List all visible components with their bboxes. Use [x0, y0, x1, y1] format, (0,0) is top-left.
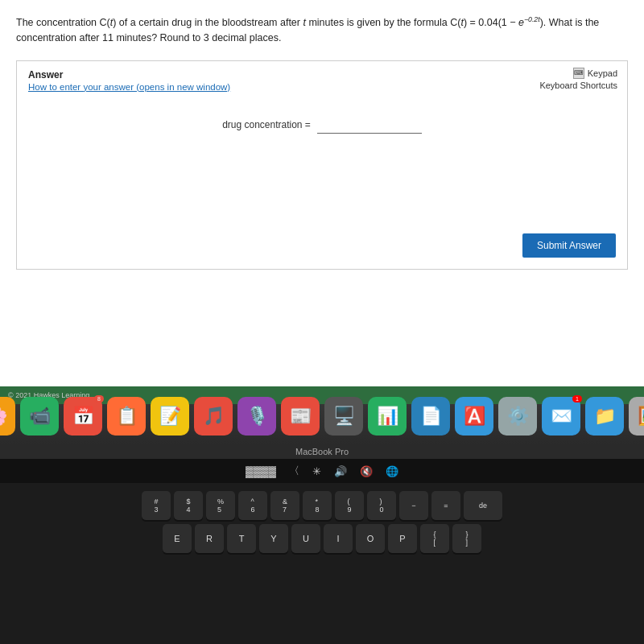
key-5[interactable]: %5: [206, 491, 235, 520]
dock-icon-music[interactable]: 🎵: [194, 397, 233, 436]
key-bracket-open[interactable]: {[: [420, 524, 449, 553]
dock-icon-remote[interactable]: 🖥️: [324, 397, 363, 436]
key-i[interactable]: I: [324, 524, 353, 553]
dock-icon-calendar[interactable]: 📅8: [64, 397, 102, 436]
dock-icon-podcasts[interactable]: 🎙️: [237, 397, 276, 436]
key-u[interactable]: U: [291, 524, 320, 553]
drug-concentration-input[interactable]: [317, 116, 422, 134]
keyboard-row-numbers: #3 $4 %5 ^6 &7 *8 (9 )0 − = de: [0, 491, 644, 520]
touch-bar-battery: ▓▓▓▓: [246, 465, 276, 477]
answer-section: ⌨ Keypad Keyboard Shortcuts Answer How t…: [16, 60, 628, 270]
drug-concentration-label: drug concentration =: [222, 119, 311, 130]
key-0[interactable]: )0: [367, 491, 396, 520]
answer-label: Answer: [28, 69, 616, 80]
keyboard-row-letters: E R T Y U I O P {[ }]: [0, 524, 644, 553]
dock-icon-preview[interactable]: 🖼️: [629, 397, 644, 436]
browser-screen: The concentration C(t) of a certain drug…: [0, 0, 644, 386]
dock-icon-pages[interactable]: 📄: [411, 397, 450, 436]
dock-icon-appstore[interactable]: 🅰️: [455, 397, 493, 436]
question-text: The concentration C(t) of a certain drug…: [16, 14, 620, 46]
dock-icon-facetime[interactable]: 📹: [20, 397, 59, 436]
dock-icon-settings[interactable]: ⚙️: [498, 397, 537, 436]
key-de[interactable]: de: [464, 491, 502, 520]
key-p[interactable]: P: [388, 524, 417, 553]
submit-answer-button[interactable]: Submit Answer: [522, 233, 616, 258]
key-minus[interactable]: −: [399, 491, 428, 520]
dock-icon-mail[interactable]: ✉️1: [542, 397, 580, 436]
dock-icon-news[interactable]: 📰: [281, 397, 320, 436]
touch-bar-mute[interactable]: 🔇: [360, 465, 373, 477]
touch-bar: ▓▓▓▓ 〈 ✳ 🔊 🔇 🌐: [0, 459, 644, 483]
key-7[interactable]: &7: [270, 491, 299, 520]
key-9[interactable]: (9: [335, 491, 364, 520]
keypad-button[interactable]: ⌨ Keypad: [539, 68, 617, 79]
browser-content: The concentration C(t) of a certain drug…: [0, 0, 644, 386]
keypad-section: ⌨ Keypad Keyboard Shortcuts: [539, 68, 617, 90]
dock-icon-finder[interactable]: 📁: [585, 397, 624, 436]
touch-bar-volume[interactable]: 🔊: [334, 465, 347, 477]
dock-icon-reminders[interactable]: 📋: [107, 397, 146, 436]
key-y[interactable]: Y: [259, 524, 288, 553]
key-r[interactable]: R: [195, 524, 224, 553]
macbook-label: MacBook Pro: [0, 444, 644, 459]
keyboard: #3 $4 %5 ^6 &7 *8 (9 )0 − = de E R T Y U…: [0, 483, 644, 644]
key-3[interactable]: #3: [142, 491, 171, 520]
key-8[interactable]: *8: [303, 491, 332, 520]
key-bracket-close[interactable]: }]: [452, 524, 481, 553]
answer-input-row: drug concentration =: [28, 116, 616, 134]
key-6[interactable]: ^6: [238, 491, 267, 520]
touch-bar-brightness[interactable]: ✳: [312, 465, 321, 477]
touch-bar-siri[interactable]: 🌐: [386, 465, 398, 477]
dock-icon-photos[interactable]: 🌸: [0, 397, 15, 436]
key-e[interactable]: E: [163, 524, 192, 553]
key-t[interactable]: T: [227, 524, 256, 553]
dock-icon-notes[interactable]: 📝: [151, 397, 189, 436]
dock-icon-numbers[interactable]: 📊: [368, 397, 407, 436]
how-to-enter-link[interactable]: How to enter your answer (opens in new w…: [28, 82, 616, 92]
keypad-label: Keypad: [588, 68, 617, 78]
key-o[interactable]: O: [356, 524, 385, 553]
keypad-icon: ⌨: [573, 68, 584, 79]
key-equals[interactable]: =: [431, 491, 460, 520]
touch-bar-back[interactable]: 〈: [289, 464, 299, 478]
key-4[interactable]: $4: [174, 491, 203, 520]
keyboard-shortcuts-link[interactable]: Keyboard Shortcuts: [539, 80, 617, 90]
